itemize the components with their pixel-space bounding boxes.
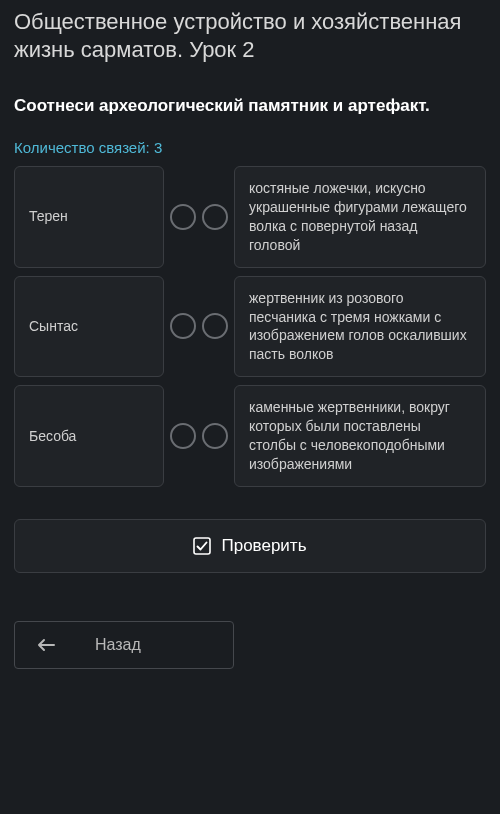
right-card-label: жертвенник из розового песчаника с тремя… <box>249 289 471 365</box>
lesson-title: Общественное устройство и хозяйственная … <box>14 8 486 63</box>
back-button-label: Назад <box>95 636 141 654</box>
right-card-0[interactable]: костяные ложечки, искусно украшенные фиг… <box>234 166 486 268</box>
right-card-2[interactable]: каменные жертвенники, вокруг которых был… <box>234 385 486 487</box>
right-card-label: каменные жертвенники, вокруг которых был… <box>249 398 471 474</box>
connector-left-2[interactable] <box>170 423 196 449</box>
left-card-syntas[interactable]: Сынтас <box>14 276 164 378</box>
connector-right-0[interactable] <box>202 204 228 230</box>
connector-right-1[interactable] <box>202 313 228 339</box>
connection-count: Количество связей: 3 <box>14 139 486 156</box>
match-row: Сынтас жертвенник из розового песчаника … <box>14 276 486 378</box>
left-card-label: Сынтас <box>29 317 78 336</box>
left-card-besoba[interactable]: Бесоба <box>14 385 164 487</box>
back-button[interactable]: Назад <box>14 621 234 669</box>
left-card-label: Бесоба <box>29 427 76 446</box>
task-instruction: Соотнеси археологический памятник и арте… <box>14 95 486 117</box>
check-icon <box>193 537 211 555</box>
left-card-teren[interactable]: Терен <box>14 166 164 268</box>
left-card-label: Терен <box>29 207 68 226</box>
match-row: Бесоба каменные жертвенники, вокруг кото… <box>14 385 486 487</box>
connector-left-0[interactable] <box>170 204 196 230</box>
match-row: Терен костяные ложечки, искусно украшенн… <box>14 166 486 268</box>
right-card-label: костяные ложечки, искусно украшенные фиг… <box>249 179 471 255</box>
right-card-1[interactable]: жертвенник из розового песчаника с тремя… <box>234 276 486 378</box>
connector-left-1[interactable] <box>170 313 196 339</box>
check-button[interactable]: Проверить <box>14 519 486 573</box>
arrow-left-icon <box>37 638 55 652</box>
connector-right-2[interactable] <box>202 423 228 449</box>
check-button-label: Проверить <box>221 536 306 556</box>
svg-rect-0 <box>194 538 210 554</box>
matching-area: Терен костяные ложечки, искусно украшенн… <box>14 166 486 487</box>
